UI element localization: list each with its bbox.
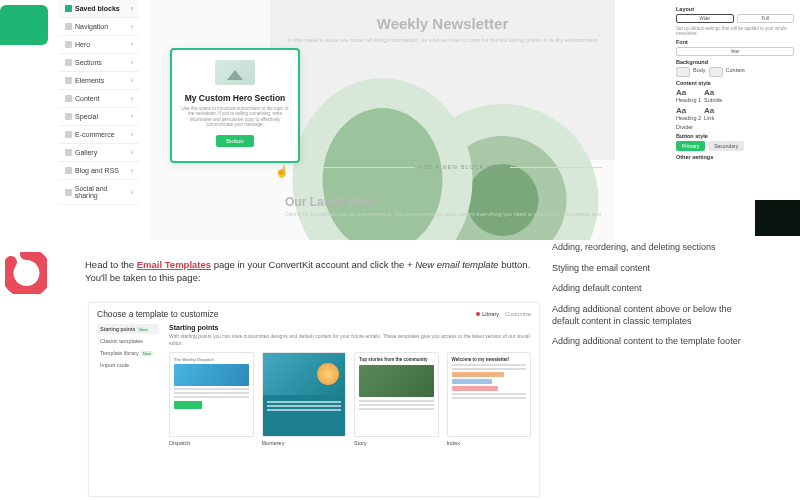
template-name: Dispatch	[169, 440, 254, 446]
hero-card-title: My Custom Hero Section	[180, 93, 290, 103]
properties-panel: Layout Wide Full Set up default settings…	[670, 0, 800, 200]
cat-library[interactable]: Template libraryNew	[97, 348, 159, 358]
template-selector: Choose a template to customize Library C…	[88, 302, 540, 497]
nav-icon	[65, 23, 72, 30]
section-heading: Starting points	[169, 324, 531, 331]
hero-card-button[interactable]: Button	[216, 135, 253, 147]
template-card-index[interactable]: Welcome to my newsletter! Index	[447, 352, 532, 446]
sidebar-item-special[interactable]: Special›	[59, 108, 139, 126]
custom-hero-card[interactable]: My Custom Hero Section Use this space to…	[170, 48, 300, 163]
sidebar-item-label: Gallery	[75, 149, 97, 156]
add-block-dropzone[interactable]: ADD A NEW BLOCK HERE	[310, 160, 615, 174]
divider-label[interactable]: Divider	[676, 124, 693, 130]
sidebar-item-elements[interactable]: Elements›	[59, 72, 139, 90]
brand-bubble	[0, 5, 48, 45]
layout-desc: Set up default settings that will be app…	[676, 26, 794, 36]
selector-title: Choose a template to customize	[97, 309, 218, 319]
cat-starting-points[interactable]: Starting pointsNew	[97, 324, 159, 334]
sidebar-item-blog[interactable]: Blog and RSS›	[59, 162, 139, 180]
email-templates-link[interactable]: Email Templates	[137, 259, 211, 270]
dot-icon	[476, 312, 480, 316]
chevron-right-icon: ›	[131, 59, 133, 66]
sidebar-item-sections[interactable]: Sections›	[59, 54, 139, 72]
sidebar-item-label: Elements	[75, 77, 104, 84]
layout-option-wide[interactable]: Wide	[676, 14, 734, 23]
template-card-monterey[interactable]: Monterey	[262, 352, 347, 446]
newsletter-title: Weekly Newsletter	[270, 15, 615, 32]
sidebar-item-navigation[interactable]: Navigation›	[59, 18, 139, 36]
toc-item[interactable]: Styling the email content	[552, 263, 752, 275]
hero-card-subtitle: Use this space to introduce subscribers …	[180, 106, 290, 128]
toc-item[interactable]: Adding default content	[552, 283, 752, 295]
chevron-right-icon: ›	[131, 23, 133, 30]
cat-classic[interactable]: Classic templates	[97, 336, 159, 346]
badge-new: New	[137, 327, 149, 332]
bg-swatch-body[interactable]	[676, 67, 690, 77]
bg-swatch-content[interactable]	[709, 67, 723, 77]
editor-canvas[interactable]: Weekly Newsletter In this week's issue w…	[150, 0, 615, 240]
chevron-right-icon: ›	[131, 95, 133, 102]
template-card-story[interactable]: Top stories from the community Story	[354, 352, 439, 446]
sidebar-item-saved-blocks[interactable]: Saved blocks›	[59, 0, 139, 18]
sidebar-item-label: Blog and RSS	[75, 167, 119, 174]
template-name: Index	[447, 440, 532, 446]
sidebar-item-social[interactable]: Social and sharing›	[59, 180, 139, 205]
ecommerce-icon	[65, 131, 72, 138]
sidebar-item-hero[interactable]: Hero›	[59, 36, 139, 54]
special-icon	[65, 113, 72, 120]
content-icon	[65, 95, 72, 102]
latest-post-block[interactable]: Our Latest Post Caring for bromeliads ca…	[285, 195, 601, 218]
button-style-label: Button style	[676, 133, 794, 139]
sections-icon	[65, 59, 72, 66]
toc-item[interactable]: Adding, reordering, and deleting section…	[552, 242, 752, 254]
hero-placeholder-image	[215, 60, 255, 85]
font-label: Font	[676, 39, 794, 45]
chevron-right-icon: ›	[131, 167, 133, 174]
elements-icon	[65, 77, 72, 84]
article-paragraph: Head to the Email Templates page in your…	[85, 258, 540, 285]
table-of-contents: Adding, reordering, and deleting section…	[552, 242, 752, 357]
sidebar-item-ecommerce[interactable]: E-commerce›	[59, 126, 139, 144]
template-thumb: The Weekly Dispatch	[169, 352, 254, 437]
sidebar-item-label: Sections	[75, 59, 102, 66]
button-style-secondary[interactable]: Secondary	[708, 141, 744, 151]
template-name: Story	[354, 440, 439, 446]
sidebar-item-content[interactable]: Content›	[59, 90, 139, 108]
toc-item[interactable]: Adding additional content to the templat…	[552, 336, 752, 348]
saved-icon	[65, 5, 72, 12]
badge-new: New	[141, 351, 153, 356]
sidebar-item-gallery[interactable]: Gallery›	[59, 144, 139, 162]
chevron-right-icon: ›	[131, 5, 133, 12]
social-icon	[65, 189, 72, 196]
other-settings-label[interactable]: Other settings	[676, 154, 794, 160]
heading1-sample[interactable]: Aa	[676, 88, 686, 97]
latest-post-title: Our Latest Post	[285, 195, 601, 209]
sidebar-item-label: Saved blocks	[75, 5, 120, 12]
template-name: Monterey	[262, 440, 347, 446]
latest-post-subtitle: Caring for bromeliads can be overwhelmin…	[285, 211, 601, 218]
tab-customize[interactable]: Customize	[505, 311, 531, 317]
cat-import-code[interactable]: Import code	[97, 360, 159, 370]
brand-logo-icon	[5, 252, 47, 294]
section-description: With starting points you can save custom…	[169, 333, 531, 346]
chevron-right-icon: ›	[131, 77, 133, 84]
layout-label: Layout	[676, 6, 794, 12]
sidebar-item-label: Content	[75, 95, 100, 102]
heading2-sample[interactable]: Aa	[676, 106, 686, 115]
template-thumb: Top stories from the community	[354, 352, 439, 437]
sidebar-item-label: Special	[75, 113, 98, 120]
chevron-right-icon: ›	[131, 41, 133, 48]
chevron-right-icon: ›	[131, 189, 133, 196]
toc-item[interactable]: Adding additional content above or below…	[552, 304, 752, 327]
content-style-label: Content style	[676, 80, 794, 86]
sidebar-item-label: E-commerce	[75, 131, 115, 138]
template-card-dispatch[interactable]: The Weekly Dispatch Dispatch	[169, 352, 254, 446]
font-select[interactable]: Inter	[676, 47, 794, 56]
subtitle-sample[interactable]: Aa	[704, 88, 714, 97]
button-style-primary[interactable]: Primary	[676, 141, 705, 151]
link-sample[interactable]: Aa	[704, 106, 714, 115]
tab-library[interactable]: Library	[476, 311, 499, 317]
dark-panel	[755, 200, 800, 236]
sidebar-item-label: Social and sharing	[75, 185, 131, 199]
layout-option-full[interactable]: Full	[737, 14, 795, 23]
